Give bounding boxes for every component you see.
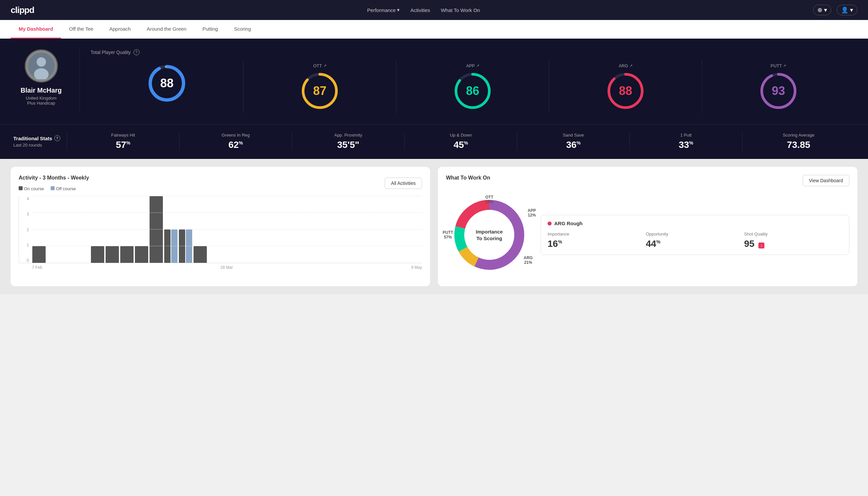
what-to-work-on-card: What To Work On View Dashboard (438, 167, 857, 286)
bar-group (179, 230, 192, 263)
putt-label: PUTT ↗ (771, 63, 786, 68)
nav-links: Performance ▾ Activities What To Work On (367, 7, 480, 13)
bar-oncourse (135, 246, 148, 263)
tab-putting[interactable]: Putting (194, 20, 226, 38)
chart-legend: On course Off course (19, 186, 89, 191)
tabs-bar: My Dashboard Off the Tee Approach Around… (0, 20, 868, 38)
donut-chart: Importance To Scoring OTT10% APP12% ARG2… (446, 191, 533, 278)
nav-activities[interactable]: Activities (410, 7, 430, 13)
stat-value: 33% (679, 140, 693, 150)
bar-group (149, 196, 163, 263)
stat-one-putt: 1 Putt 33% (630, 133, 742, 150)
stats-label: Traditional Stats ? Last 20 rounds (13, 135, 67, 148)
tab-my-dashboard[interactable]: My Dashboard (11, 20, 61, 38)
stat-name: Up & Down (450, 133, 472, 138)
arg-arrow: ↗ (630, 64, 632, 68)
hero-section: Blair McHarg United Kingdom Plus Handica… (0, 38, 868, 125)
user-menu-button[interactable]: 👤 ▾ (837, 5, 857, 15)
ott-ring: 87 (300, 71, 340, 111)
what-body: Importance To Scoring OTT10% APP12% ARG2… (446, 191, 849, 278)
tab-scoring[interactable]: Scoring (226, 20, 259, 38)
app-logo: clippd (11, 5, 34, 15)
add-button[interactable]: ⊕ ▾ (813, 5, 831, 15)
x-label: 9 May (411, 265, 422, 270)
nav-performance[interactable]: Performance ▾ (367, 7, 400, 13)
stat-fairways-hit: Fairways Hit 57% (67, 133, 179, 150)
scores-title: Total Player Quality ? (91, 49, 855, 55)
stat-name: 1 Putt (680, 133, 692, 138)
x-label: 7 Feb (32, 265, 42, 270)
score-card-app: APP ↗ 86 (396, 61, 549, 113)
x-label: 28 Mar (221, 265, 233, 270)
stat-sand-save: Sand Save 36% (517, 133, 630, 150)
view-dashboard-button[interactable]: View Dashboard (803, 175, 849, 186)
stat-name: Scoring Average (783, 133, 815, 138)
bar-oncourse (149, 196, 163, 263)
scores-section: Total Player Quality ? 88 OTT ↗ (80, 49, 855, 113)
bar-oncourse (193, 246, 207, 263)
arg-metric-opportunity: Opportunity 44% (646, 232, 744, 249)
bar-oncourse (179, 230, 185, 263)
trad-info-icon: ? (54, 135, 60, 141)
stat-name: Fairways Hit (111, 133, 135, 138)
tab-off-the-tee[interactable]: Off the Tee (61, 20, 101, 38)
stat-scoring-average: Scoring Average 73.85 (742, 133, 855, 150)
score-card-putt: PUTT ↗ 93 (702, 61, 855, 113)
all-activities-button[interactable]: All Activities (385, 177, 422, 189)
avatar (25, 49, 58, 83)
arg-label: ARG ↗ (618, 63, 632, 68)
player-info: Blair McHarg United Kingdom Plus Handica… (13, 49, 80, 113)
ott-label: OTT ↗ (313, 63, 327, 68)
stat-app-proximity: App. Proximity 35'5" (292, 133, 404, 150)
bar-oncourse (91, 246, 104, 263)
y-axis: 4 3 2 1 0 (19, 197, 31, 263)
bar-group (193, 246, 207, 263)
nav-right: ⊕ ▾ 👤 ▾ (813, 5, 857, 15)
x-axis: 7 Feb 28 Mar 9 May (19, 265, 422, 270)
bar-group (135, 246, 148, 263)
player-name: Blair McHarg (21, 87, 62, 94)
app-arrow: ↗ (476, 64, 479, 68)
arg-color-dot (548, 221, 552, 226)
stat-value: 35'5" (337, 140, 359, 150)
score-card-ott: OTT ↗ 87 (243, 61, 396, 113)
player-country: United Kingdom (26, 96, 57, 100)
putt-donut-label: PUTT57% (443, 230, 453, 239)
app-label: APP ↗ (466, 63, 479, 68)
putt-ring: 93 (758, 71, 799, 111)
stat-name: Greens In Reg (221, 133, 250, 138)
arg-metrics: Importance 16% Opportunity 44% Shot Qual… (548, 232, 842, 249)
activity-chart-card: Activity - 3 Months - Weekly On course O… (11, 167, 430, 286)
arg-score-value: 88 (619, 84, 632, 98)
tab-around-the-green[interactable]: Around the Green (139, 20, 194, 38)
bar-oncourse (164, 230, 171, 263)
bar-group (106, 246, 119, 263)
stat-up-and-down: Up & Down 45% (404, 133, 517, 150)
total-ring: 88 (147, 63, 187, 103)
arg-metric-importance: Importance 16% (548, 232, 646, 249)
top-navigation: clippd Performance ▾ Activities What To … (0, 0, 868, 20)
chevron-down-icon: ▾ (397, 7, 400, 13)
stat-greens-in-reg: Greens In Reg 62% (179, 133, 292, 150)
arg-ring: 88 (605, 71, 646, 111)
oncourse-legend: On course (19, 186, 44, 191)
stat-value: 45% (454, 140, 468, 150)
putt-score-value: 93 (772, 84, 785, 98)
traditional-stats-title: Traditional Stats ? (13, 135, 67, 141)
ott-score-value: 87 (313, 84, 327, 98)
stats-subtitle: Last 20 rounds (13, 143, 67, 148)
stat-name: App. Proximity (334, 133, 362, 138)
chart-area: 4 3 2 1 0 (19, 197, 422, 263)
nav-what-to-work-on[interactable]: What To Work On (441, 7, 480, 13)
tab-approach[interactable]: Approach (101, 20, 139, 38)
donut-center-text: Importance To Scoring (476, 229, 503, 242)
arg-card-title: ARG Rough (548, 220, 842, 226)
bar-offcourse (171, 230, 177, 263)
bar-group (32, 246, 46, 263)
bar-oncourse (120, 246, 133, 263)
score-card-arg: ARG ↗ 88 (549, 61, 702, 113)
stat-value: 62% (228, 140, 243, 150)
info-icon: ? (133, 49, 140, 55)
what-title: What To Work On (446, 175, 490, 181)
bar-oncourse (32, 246, 46, 263)
